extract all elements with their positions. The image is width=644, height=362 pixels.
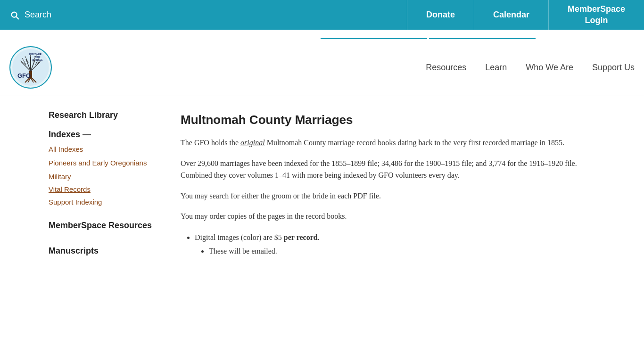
logo-circle: DISCOVER YOUR HERITAGE: [9, 46, 52, 89]
sub-bar-left: [0, 30, 320, 39]
calendar-link[interactable]: Calendar: [474, 0, 548, 30]
donate-link[interactable]: Donate: [407, 0, 474, 30]
sidebar-support-indexing[interactable]: Support Indexing: [49, 198, 162, 206]
sub-bar-donate-underline: [321, 30, 427, 39]
top-bar-links: Donate Calendar MemberSpaceLogin: [407, 0, 644, 30]
sub-bullet-list: These will be emailed.: [209, 245, 595, 258]
sidebar-all-indexes[interactable]: All Indexes: [49, 145, 162, 153]
sidebar-indexes-title: Indexes —: [49, 130, 162, 140]
sidebar-spacer-2: [49, 237, 162, 246]
main-nav: DISCOVER YOUR HERITAGE: [0, 39, 644, 96]
sidebar-vital-records[interactable]: Vital Records: [49, 185, 162, 193]
sidebar-memberspace-title: MemberSpace Resources: [49, 220, 162, 231]
sidebar: Research Library Indexes — All Indexes P…: [49, 110, 162, 262]
nav-who-we-are[interactable]: Who We Are: [526, 63, 573, 73]
content-wrapper: Research Library Indexes — All Indexes P…: [39, 96, 605, 276]
sub-bar-memberspace-spacer: [537, 30, 644, 39]
svg-text:DISCOVER: DISCOVER: [29, 53, 42, 56]
sub-bullet-item-1: These will be emailed.: [209, 245, 595, 258]
svg-text:GFO: GFO: [17, 72, 31, 79]
tree-icon: DISCOVER YOUR HERITAGE: [12, 49, 50, 86]
search-icon: [9, 10, 20, 20]
sub-bar: [0, 30, 644, 39]
logo-area[interactable]: DISCOVER YOUR HERITAGE: [9, 46, 52, 89]
sub-bar-inputs: [320, 30, 537, 39]
bullet-list: Digital images (color) are $5 per record…: [195, 231, 595, 258]
page-title: Multnomah County Marriages: [181, 113, 595, 127]
bullet-item-1: Digital images (color) are $5 per record…: [195, 231, 595, 258]
nav-resources[interactable]: Resources: [426, 63, 466, 73]
content-para-1: The GFO holds the original Multnomah Cou…: [181, 137, 595, 149]
sidebar-military[interactable]: Military: [49, 173, 162, 181]
memberspace-link[interactable]: MemberSpaceLogin: [548, 0, 644, 30]
nav-links: Resources Learn Who We Are Support Us: [426, 63, 635, 73]
search-label: Search: [25, 10, 51, 20]
main-content: Multnomah County Marriages The GFO holds…: [181, 110, 595, 262]
sidebar-manuscripts-title: Manuscripts: [49, 246, 162, 256]
sub-bar-calendar-underline: [429, 30, 536, 39]
content-para-3: You may search for either the groom or t…: [181, 190, 595, 202]
top-bar: Search Donate Calendar MemberSpaceLogin: [0, 0, 644, 30]
sidebar-pioneers[interactable]: Pioneers and Early Oregonians: [49, 158, 162, 168]
nav-support-us[interactable]: Support Us: [592, 63, 635, 73]
sidebar-research-library-title: Research Library: [49, 110, 162, 120]
search-area[interactable]: Search: [0, 0, 407, 30]
content-para-4: You may order copies of the pages in the…: [181, 210, 595, 222]
sidebar-spacer-1: [49, 211, 162, 220]
nav-learn[interactable]: Learn: [485, 63, 507, 73]
content-para-2: Over 29,600 marriages have been indexed …: [181, 157, 595, 181]
